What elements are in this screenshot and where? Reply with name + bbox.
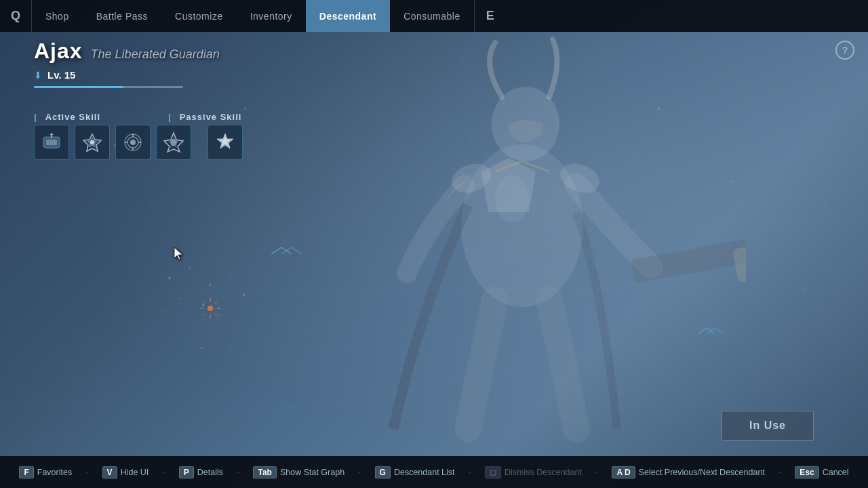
skill-icon-3[interactable]	[115, 125, 151, 160]
key-dismiss: ◻	[485, 466, 501, 479]
label-statgraph: Show Stat Graph	[280, 468, 344, 477]
nav-customize[interactable]: Customize	[161, 0, 237, 32]
bottom-action-dismiss: ◻ Dismiss Descendant	[485, 466, 582, 479]
sep-2: ·	[162, 466, 165, 479]
active-skill-header: | Active Skill	[34, 112, 100, 122]
svg-point-25	[208, 306, 213, 311]
skill-icon-passive[interactable]	[208, 125, 243, 160]
key-esc: Esc	[795, 466, 818, 479]
label-hideui: Hide UI	[121, 468, 149, 477]
passive-skill-pipe: |	[168, 112, 172, 122]
top-navigation: Q Shop Battle Pass Customize Inventory D…	[0, 0, 868, 32]
character-subtitle: The Liberated Guardian	[91, 47, 220, 62]
deco-chevrons-left	[271, 244, 312, 267]
nav-battlepass[interactable]: Battle Pass	[83, 0, 161, 32]
label-dismiss: Dismiss Descendant	[505, 468, 582, 477]
label-prevnext: Select Previous/Next Descendant	[639, 468, 765, 477]
q-button[interactable]: Q	[0, 0, 32, 32]
svg-line-33	[215, 313, 218, 316]
passive-skill-label: Passive Skill	[180, 112, 242, 122]
svg-line-32	[203, 313, 205, 316]
character-info: Ajax The Liberated Guardian ⬇ Lv. 15	[34, 39, 220, 88]
sep-6: ·	[595, 466, 598, 479]
skill-icon-4[interactable]	[156, 125, 191, 160]
key-ad: A D	[612, 466, 635, 479]
sep-3: ·	[237, 466, 239, 479]
bottom-bar: F Favorites · V Hide UI · P Details · Ta…	[0, 456, 868, 488]
skill-icon-1[interactable]	[34, 125, 69, 160]
label-details: Details	[197, 468, 223, 477]
svg-rect-44	[46, 140, 57, 145]
bottom-action-cancel: Esc Cancel	[795, 466, 848, 479]
label-cancel: Cancel	[823, 468, 849, 477]
bottom-action-prevnext: A D Select Previous/Next Descendant	[612, 466, 764, 479]
level-bar	[34, 86, 183, 88]
key-p: P	[179, 466, 194, 479]
svg-line-31	[215, 301, 218, 304]
bottom-action-statgraph: Tab Show Stat Graph	[253, 466, 344, 479]
active-skill-pipe: |	[34, 112, 37, 122]
nav-inventory[interactable]: Inventory	[237, 0, 306, 32]
char-name-row: Ajax The Liberated Guardian	[34, 39, 220, 64]
nav-descendant[interactable]: Descendant	[306, 0, 390, 32]
deco-spark	[200, 298, 214, 312]
sep-5: ·	[469, 466, 471, 479]
level-text: Lv. 15	[47, 69, 75, 81]
character-name: Ajax	[34, 39, 83, 64]
svg-point-51	[130, 140, 136, 145]
in-use-button: In Use	[722, 411, 814, 441]
nav-shop[interactable]: Shop	[32, 0, 83, 32]
deco-chevrons-right	[698, 325, 732, 345]
skill-headers: | Active Skill | Passive Skill	[34, 112, 243, 122]
bottom-action-hideui: V Hide UI	[102, 466, 149, 479]
level-bar-fill	[34, 86, 123, 88]
bottom-action-details: P Details	[179, 466, 223, 479]
key-g: G	[375, 466, 391, 479]
skills-section: | Active Skill | Passive Skill	[34, 112, 243, 160]
sep-1: ·	[85, 466, 88, 479]
key-v: V	[102, 466, 117, 479]
label-favorites: Favorites	[37, 468, 72, 477]
key-f: F	[19, 466, 33, 479]
sep-4: ·	[358, 466, 361, 479]
level-row: ⬇ Lv. 15	[34, 69, 220, 81]
sep-7: ·	[778, 466, 781, 479]
level-icon: ⬇	[34, 70, 42, 81]
active-skill-label: Active Skill	[45, 112, 100, 122]
help-button[interactable]: ?	[835, 41, 854, 60]
nav-consumable[interactable]: Consumable	[390, 0, 474, 32]
svg-line-30	[203, 301, 205, 304]
skill-icon-2[interactable]	[75, 125, 110, 160]
label-descendantlist: Descendant List	[394, 468, 455, 477]
in-use-label: In Use	[749, 420, 786, 431]
e-button[interactable]: E	[474, 0, 506, 32]
skill-icons-row	[34, 125, 243, 160]
svg-point-48	[90, 140, 94, 144]
key-tab: Tab	[253, 466, 276, 479]
passive-skill-header: | Passive Skill	[168, 112, 241, 122]
bottom-action-descendantlist: G Descendant List	[375, 466, 455, 479]
bottom-action-favorites: F Favorites	[19, 466, 72, 479]
